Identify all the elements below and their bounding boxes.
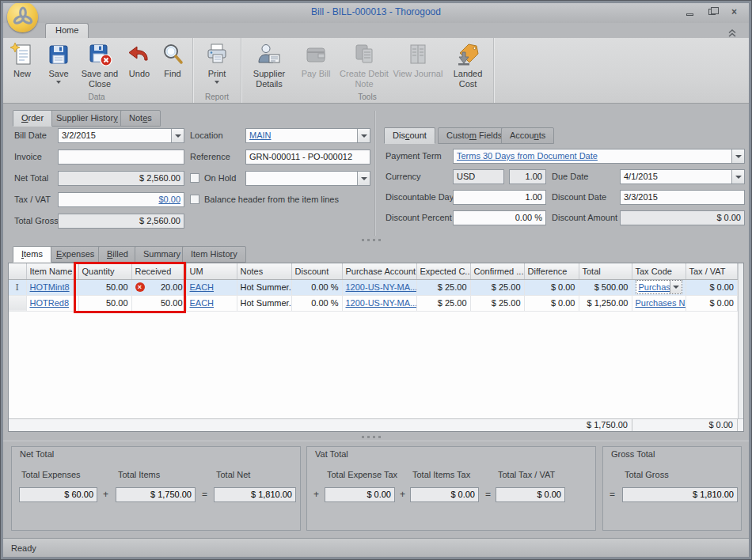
cell-received[interactable]: × 20.00 bbox=[131, 279, 186, 295]
cell-received[interactable]: 50.00 bbox=[131, 295, 186, 311]
horizontal-splitter-top[interactable] bbox=[362, 238, 382, 242]
tab-accounts[interactable]: Accounts bbox=[501, 127, 554, 144]
item-link[interactable]: HOTRed8 bbox=[30, 298, 70, 308]
save-and-close-button[interactable]: Save and Close bbox=[77, 40, 123, 90]
cell-total[interactable]: $ 1,250.00 bbox=[579, 295, 632, 311]
discountable-days-field[interactable]: 1.00 bbox=[453, 190, 546, 205]
payment-term-link[interactable]: Terms 30 Days from Document Date bbox=[457, 151, 598, 161]
new-button[interactable]: New bbox=[4, 40, 40, 81]
close-button[interactable]: × bbox=[728, 6, 740, 17]
tab-summary[interactable]: Summary bbox=[135, 246, 189, 263]
item-link[interactable]: HOTMint8 bbox=[30, 282, 70, 292]
col-expected-cost[interactable]: Expected C... bbox=[416, 263, 470, 279]
on-hold-checkbox[interactable] bbox=[190, 173, 199, 183]
tax-vat-link[interactable]: $0.00 bbox=[158, 195, 180, 204]
invoice-field[interactable] bbox=[58, 149, 184, 165]
tax-code-link[interactable]: Purchas... bbox=[636, 282, 670, 292]
cell-tax-vat[interactable]: $ 0.00 bbox=[686, 279, 738, 295]
col-um[interactable]: UM bbox=[186, 263, 237, 279]
col-discount[interactable]: Discount bbox=[291, 263, 342, 279]
restore-button[interactable] bbox=[706, 6, 718, 17]
cell-discount[interactable]: 0.00 % bbox=[291, 295, 342, 311]
due-date-dropdown-button[interactable] bbox=[731, 170, 744, 184]
on-hold-dropdown-button[interactable] bbox=[357, 172, 370, 185]
grid-row-hotred8[interactable]: HOTRed8 50.00 50.00 EACH Hot Summer... 0… bbox=[9, 295, 738, 311]
tab-discount[interactable]: Discount bbox=[384, 127, 435, 144]
location-dropdown-button[interactable] bbox=[357, 129, 370, 142]
minimize-button[interactable] bbox=[684, 6, 696, 17]
account-link[interactable]: 1200-US-NY-MA... bbox=[346, 298, 417, 308]
cell-um[interactable]: EACH bbox=[186, 279, 237, 295]
ribbon-collapse-button[interactable] bbox=[727, 26, 737, 40]
horizontal-splitter-bottom[interactable] bbox=[362, 435, 382, 439]
print-button[interactable]: Print bbox=[196, 40, 237, 85]
landed-cost-button[interactable]: Landed Cost bbox=[446, 40, 490, 90]
location-link[interactable]: MAIN bbox=[249, 131, 272, 140]
tab-custom-fields[interactable]: Custom Fields bbox=[438, 127, 511, 144]
pay-bill-button[interactable]: Pay Bill bbox=[294, 40, 338, 81]
tax-code-link[interactable]: Purchases N... bbox=[636, 298, 686, 308]
col-tax-vat[interactable]: Tax / VAT bbox=[686, 263, 738, 279]
cell-item-name[interactable]: HOTMint8 bbox=[26, 279, 78, 295]
payment-term-combo[interactable]: Terms 30 Days from Document Date bbox=[453, 149, 745, 164]
undo-button[interactable]: Undo bbox=[123, 40, 156, 81]
on-hold-combo[interactable] bbox=[245, 171, 370, 186]
account-link[interactable]: 1200-US-NY-MA... bbox=[346, 282, 417, 292]
discount-date-field[interactable]: 3/3/2015 bbox=[620, 190, 745, 205]
payment-term-dropdown-button[interactable] bbox=[731, 149, 744, 163]
tab-items[interactable]: Items bbox=[13, 246, 51, 263]
col-difference[interactable]: Difference bbox=[524, 263, 579, 279]
view-journal-button[interactable]: View Journal bbox=[390, 40, 446, 81]
tab-supplier-history[interactable]: Supplier History bbox=[47, 110, 127, 127]
cell-tax-vat[interactable]: $ 0.00 bbox=[686, 295, 738, 311]
ribbon-tab-home[interactable]: Home bbox=[45, 23, 89, 38]
cell-discount[interactable]: 0.00 % bbox=[291, 279, 342, 295]
cell-expected-cost[interactable]: $ 25.00 bbox=[416, 295, 470, 311]
col-item-name[interactable]: Item Name bbox=[26, 263, 78, 279]
reference-field[interactable]: GRN-000011 - PO-000012 bbox=[245, 149, 370, 165]
cell-tax-code[interactable]: Purchas... bbox=[632, 279, 686, 295]
location-combo[interactable]: MAIN bbox=[245, 128, 370, 143]
grid-vertical-scrollbar[interactable] bbox=[738, 263, 743, 418]
cell-difference[interactable]: $ 0.00 bbox=[524, 279, 579, 295]
cell-purchase-account[interactable]: 1200-US-NY-MA... bbox=[342, 279, 416, 295]
tab-order[interactable]: Order bbox=[13, 110, 52, 127]
balance-header-checkbox[interactable] bbox=[190, 195, 199, 204]
due-date-combo[interactable]: 4/1/2015 bbox=[620, 169, 745, 184]
cell-confirmed-cost[interactable]: $ 25.00 bbox=[470, 295, 524, 311]
cell-difference[interactable]: $ 0.00 bbox=[524, 295, 579, 311]
um-link[interactable]: EACH bbox=[190, 298, 215, 308]
tax-code-editor[interactable]: Purchas... bbox=[636, 280, 682, 294]
grid-row-hotmint8[interactable]: I HOTMint8 50.00 × 20.00 EACH Hot Summer… bbox=[9, 279, 738, 295]
col-tax-code[interactable]: Tax Code bbox=[632, 263, 686, 279]
tab-billed[interactable]: Billed bbox=[98, 246, 137, 263]
um-link[interactable]: EACH bbox=[190, 282, 215, 292]
col-purchase-account[interactable]: Purchase Account... bbox=[342, 263, 416, 279]
col-confirmed-cost[interactable]: Confirmed ... bbox=[470, 263, 524, 279]
cell-quantity[interactable]: 50.00 bbox=[78, 279, 131, 295]
supplier-details-button[interactable]: Supplier Details bbox=[245, 40, 294, 90]
col-notes[interactable]: Notes bbox=[237, 263, 291, 279]
cell-quantity[interactable]: 50.00 bbox=[78, 295, 131, 311]
cell-expected-cost[interactable]: $ 25.00 bbox=[416, 279, 470, 295]
create-debit-note-button[interactable]: Create Debit Note bbox=[338, 40, 390, 90]
cell-item-name[interactable]: HOTRed8 bbox=[26, 295, 78, 311]
cell-confirmed-cost[interactable]: $ 25.00 bbox=[470, 279, 524, 295]
cell-um[interactable]: EACH bbox=[186, 295, 237, 311]
cell-notes[interactable]: Hot Summer... bbox=[237, 279, 291, 295]
cell-total[interactable]: $ 500.00 bbox=[579, 279, 632, 295]
col-received[interactable]: Received bbox=[131, 263, 186, 279]
bill-date-dropdown-button[interactable] bbox=[171, 129, 184, 142]
discount-percent-field[interactable]: 0.00 % bbox=[453, 210, 546, 225]
cell-notes[interactable]: Hot Summer... bbox=[237, 295, 291, 311]
app-logo[interactable] bbox=[7, 2, 38, 32]
bill-date-combo[interactable]: 3/2/2015 bbox=[58, 128, 184, 143]
col-quantity[interactable]: Quantity bbox=[78, 263, 131, 279]
save-button[interactable]: Save bbox=[40, 40, 77, 85]
tab-notes[interactable]: Notes bbox=[120, 110, 161, 127]
col-total[interactable]: Total bbox=[579, 263, 632, 279]
tax-vat-field[interactable]: $0.00 bbox=[58, 192, 184, 207]
find-button[interactable]: Find bbox=[156, 40, 189, 81]
cell-tax-code[interactable]: Purchases N... bbox=[632, 295, 686, 311]
tab-item-history[interactable]: Item History bbox=[182, 246, 246, 263]
